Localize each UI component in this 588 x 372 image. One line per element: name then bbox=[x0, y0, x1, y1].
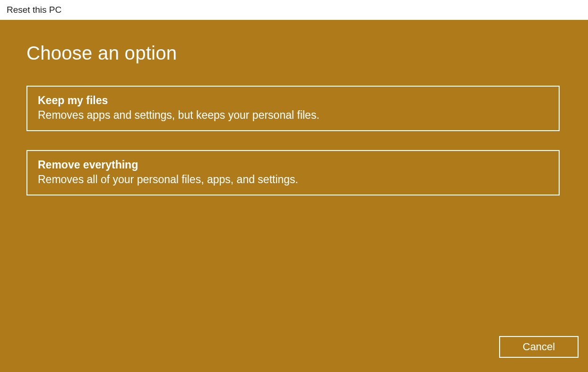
footer: Cancel bbox=[499, 336, 579, 358]
option-description: Removes all of your personal files, apps… bbox=[38, 173, 548, 186]
option-title: Keep my files bbox=[38, 94, 548, 107]
option-description: Removes apps and settings, but keeps you… bbox=[38, 109, 548, 122]
content-area: Choose an option Keep my files Removes a… bbox=[0, 20, 588, 372]
option-remove-everything[interactable]: Remove everything Removes all of your pe… bbox=[26, 150, 560, 195]
option-title: Remove everything bbox=[38, 159, 548, 171]
window-title: Reset this PC bbox=[7, 5, 61, 15]
titlebar: Reset this PC bbox=[0, 0, 588, 20]
option-keep-my-files[interactable]: Keep my files Removes apps and settings,… bbox=[26, 86, 560, 131]
cancel-button[interactable]: Cancel bbox=[499, 336, 579, 358]
page-heading: Choose an option bbox=[26, 43, 562, 64]
